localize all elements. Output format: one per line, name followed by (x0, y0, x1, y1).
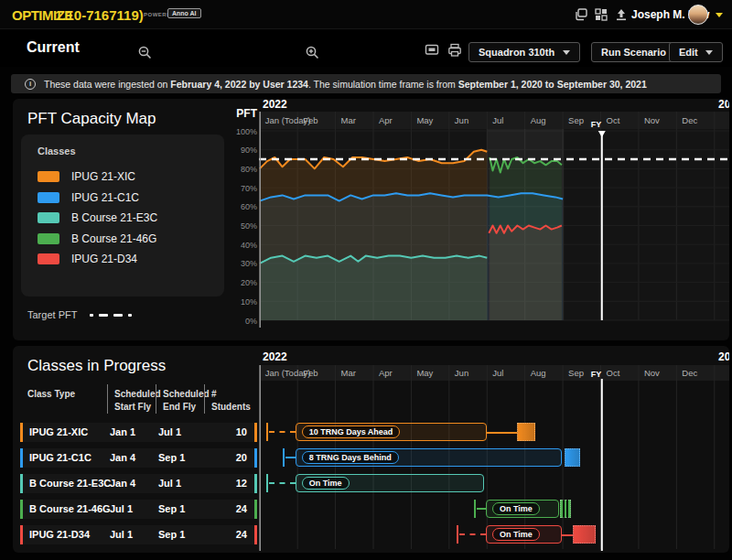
month-label: Apr (379, 368, 393, 378)
month-label: Oct (607, 115, 620, 125)
cell-start-fly: Jul 1 (110, 503, 133, 514)
y-axis-tick: 80% (223, 165, 257, 174)
gantt-status-pill: On Time (302, 477, 350, 490)
print-icon[interactable] (447, 42, 463, 59)
cell-start-fly: Jan 1 (110, 426, 135, 437)
pft-axis-label: PFT (223, 107, 257, 120)
next-year-label: 2023 (718, 99, 729, 111)
squadron-select[interactable]: Squadron 310th (468, 42, 580, 62)
cell-start-fly: Jan 4 (110, 478, 135, 489)
optimize-app: OPTIMIZE 1.10-7167119) POWERED BY Anno A… (0, 0, 732, 560)
target-dash-icon (99, 314, 108, 317)
table-row[interactable]: B Course 21-E3CJan 4Jul 112 (20, 474, 257, 493)
gantt-dashed-connector (477, 508, 486, 510)
legend-swatch (38, 253, 59, 264)
y-axis-tick: 10% (223, 297, 257, 307)
gantt-end-block[interactable] (565, 448, 580, 467)
classes-gantt-chart: 20222023Jan (Today)FebMarAprMayJunJulAug… (259, 346, 729, 553)
pft-capacity-chart: 20222023Jan (Today)FebMarAprMayJunJulAug… (259, 99, 729, 340)
legend-item[interactable]: IPUG 21-D34 (38, 253, 137, 265)
comment-icon[interactable] (424, 42, 440, 59)
tab-current[interactable]: Current (27, 39, 80, 56)
legend-item[interactable]: B Course 21-E3C (38, 211, 157, 224)
edit-label: Edit (679, 47, 698, 58)
month-label: May (416, 368, 433, 378)
cell-class-type: B Course 21-E3C (29, 478, 111, 489)
target-dash-icon (90, 314, 93, 317)
table-row[interactable]: IPUG 21-D34Jul 1Sep 124 (20, 525, 257, 544)
cell-class-type: IPUG 21-C1C (29, 452, 92, 463)
info-icon: i (25, 79, 36, 90)
cell-class-type: IPUG 21-D34 (29, 529, 90, 540)
gantt-dashed-connector (285, 457, 296, 458)
anno-ai-badge: Anno AI (167, 8, 201, 18)
month-label: Mar (341, 115, 356, 125)
gantt-status-pill: 10 TRNG Days Ahead (302, 425, 401, 438)
zoom-out-icon[interactable] (137, 45, 154, 61)
gantt-solid-connector (487, 432, 517, 434)
header-separator (107, 384, 108, 414)
fy-label: FY (591, 370, 602, 379)
y-axis-tick: 0% (223, 317, 257, 326)
header-separator (156, 384, 156, 414)
legend-label: IPUG 21-D34 (71, 253, 137, 265)
run-scenario-label: Run Scenario (601, 47, 666, 58)
upload-icon[interactable] (613, 6, 630, 23)
toolbar: Current Squadron 310th R (0, 30, 732, 67)
legend-swatch (38, 171, 59, 182)
gantt-end-block[interactable] (573, 525, 596, 544)
month-label: Feb (303, 115, 318, 125)
y-axis-tick: 40% (223, 241, 257, 250)
month-label: May (416, 115, 433, 125)
year-label: 2022 (263, 99, 287, 111)
dashboard-grid-icon[interactable] (593, 6, 609, 23)
cell-class-type: IPUG 21-XIC (29, 426, 88, 437)
gantt-status-pill: On Time (492, 502, 540, 515)
month-label: Jul (492, 368, 503, 378)
user-menu-caret-icon[interactable] (716, 13, 723, 17)
ingest-info-banner: i These data were ingested on February 4… (11, 74, 721, 93)
cell-students: 10 (236, 426, 247, 437)
cell-students: 20 (236, 452, 247, 463)
month-label: Aug (531, 115, 546, 125)
month-label: Oct (607, 368, 620, 378)
edit-menu-button[interactable]: Edit (669, 42, 723, 62)
squadron-caret-icon (563, 50, 570, 55)
cascade-windows-icon[interactable] (573, 6, 589, 23)
legend-item[interactable]: IPUG 21-C1C (38, 191, 139, 204)
table-row[interactable]: IPUG 21-XICJan 1Jul 110 (20, 423, 257, 442)
legend-label: B Course 21-E3C (71, 211, 157, 224)
pft-capacity-panel: PFT Capacity Map PFT Classes IPUG 21-XIC… (13, 99, 729, 340)
gantt-dashed-connector (269, 431, 296, 433)
y-axis-tick: 30% (223, 259, 257, 268)
table-row[interactable]: IPUG 21-C1CJan 4Sep 120 (20, 448, 257, 468)
legend-swatch (38, 212, 59, 223)
classes-table-header: Class TypeScheduledStart FlyScheduledEnd… (20, 384, 257, 415)
legend-label: IPUG 21-C1C (71, 191, 139, 204)
top-bar: OPTIMIZE 1.10-7167119) POWERED BY Anno A… (0, 0, 732, 29)
gantt-end-block[interactable] (517, 423, 535, 441)
month-label: Aug (531, 368, 546, 378)
table-row[interactable]: B Course 21-46GJul 1Sep 124 (20, 500, 257, 519)
legend-item[interactable]: B Course 21-46G (38, 232, 156, 245)
month-label: Mar (341, 368, 356, 378)
cell-end-fly: Sep 1 (158, 529, 185, 540)
table-column-header: ScheduledEnd Fly (163, 388, 210, 413)
fy-label: FY (591, 120, 602, 129)
cell-end-fly: Sep 1 (158, 452, 185, 463)
y-axis-tick: 90% (223, 145, 257, 155)
cell-students: 24 (236, 503, 247, 514)
classes-legend-card: Classes IPUG 21-XICIPUG 21-C1CB Course 2… (21, 135, 224, 296)
month-label: Sep (568, 115, 584, 125)
user-avatar[interactable] (688, 5, 708, 25)
zoom-in-icon[interactable] (305, 45, 321, 61)
run-scenario-button[interactable]: Run Scenario (591, 42, 676, 62)
y-axis-tick: 100% (223, 127, 257, 136)
gantt-status-pill: 8 TRNG Days Behind (302, 451, 399, 464)
legend-item[interactable]: IPUG 21-XIC (38, 170, 135, 183)
month-label: Jun (455, 115, 468, 125)
pft-panel-title: PFT Capacity Map (27, 110, 156, 128)
gantt-dashed-connector (269, 482, 296, 484)
gantt-end-block[interactable] (560, 500, 571, 518)
month-label: Nov (644, 115, 660, 125)
